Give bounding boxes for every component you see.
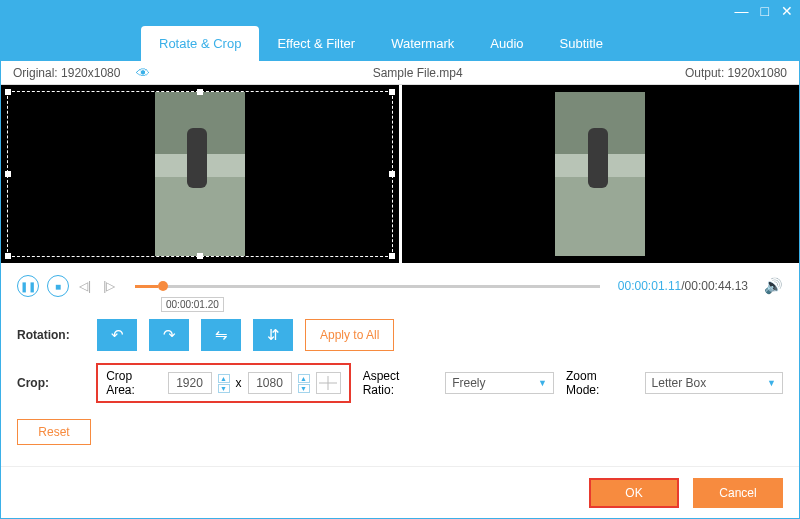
tab-rotate-crop[interactable]: Rotate & Crop (141, 26, 259, 61)
aspect-ratio-label: Aspect Ratio: (363, 369, 434, 397)
position-picker[interactable] (316, 372, 341, 394)
rotation-section: Rotation: ↶ ↷ ⇋ ⇵ Apply to All (1, 309, 799, 361)
crop-handle[interactable] (5, 253, 11, 259)
zoom-mode-select[interactable]: Letter Box▼ (645, 372, 783, 394)
crop-handle[interactable] (197, 253, 203, 259)
original-label: Original: 1920x1080 (13, 66, 120, 80)
crop-label: Crop: (17, 376, 84, 390)
footer: OK Cancel (1, 466, 799, 518)
crop-handle[interactable] (389, 171, 395, 177)
prev-frame-button[interactable]: ◁| (79, 279, 91, 293)
chevron-down-icon: ▼ (538, 378, 547, 388)
apply-all-button[interactable]: Apply to All (305, 319, 394, 351)
playback-controls: ❚❚ ■ ◁| |▷ 00:00:01.11/00:00:44.13 🔊 00:… (1, 263, 799, 309)
aspect-ratio-select[interactable]: Freely▼ (445, 372, 554, 394)
flip-horizontal-button[interactable]: ⇋ (201, 319, 241, 351)
rotate-left-button[interactable]: ↶ (97, 319, 137, 351)
close-icon[interactable]: ✕ (781, 3, 793, 19)
flip-vertical-button[interactable]: ⇵ (253, 319, 293, 351)
crop-area-group: Crop Area: ▲▼ x ▲▼ (96, 363, 350, 403)
output-label: Output: 1920x1080 (685, 66, 787, 80)
time-display: 00:00:01.11/00:00:44.13 (618, 279, 748, 293)
titlebar: — □ ✕ (1, 1, 799, 21)
preview-original[interactable] (1, 85, 402, 263)
minimize-icon[interactable]: — (735, 3, 749, 19)
rotation-label: Rotation: (17, 328, 85, 342)
crop-height-input[interactable] (248, 372, 292, 394)
crop-handle[interactable] (389, 253, 395, 259)
crop-handle[interactable] (389, 89, 395, 95)
rotate-right-button[interactable]: ↷ (149, 319, 189, 351)
chevron-down-icon: ▼ (767, 378, 776, 388)
cancel-button[interactable]: Cancel (693, 478, 783, 508)
crop-handle[interactable] (5, 89, 11, 95)
tab-effect-filter[interactable]: Effect & Filter (259, 26, 373, 61)
reset-button[interactable]: Reset (17, 419, 91, 445)
zoom-mode-label: Zoom Mode: (566, 369, 633, 397)
preview-area (1, 85, 799, 263)
editor-window: — □ ✕ Rotate & Crop Effect & Filter Wate… (0, 0, 800, 519)
tab-audio[interactable]: Audio (472, 26, 541, 61)
maximize-icon[interactable]: □ (761, 3, 769, 19)
crop-area-label: Crop Area: (106, 369, 161, 397)
crop-sep: x (236, 376, 242, 390)
preview-eye-icon[interactable]: 👁 (136, 65, 150, 81)
crop-rectangle[interactable] (7, 91, 393, 257)
height-spinner[interactable]: ▲▼ (298, 374, 310, 393)
crop-section: Crop: Crop Area: ▲▼ x ▲▼ Aspect Ratio: F… (1, 361, 799, 413)
crop-handle[interactable] (197, 89, 203, 95)
crop-width-input[interactable] (168, 372, 212, 394)
volume-icon[interactable]: 🔊 (764, 277, 783, 295)
time-tooltip: 00:00:01.20 (161, 297, 224, 312)
pause-button[interactable]: ❚❚ (17, 275, 39, 297)
tab-subtitle[interactable]: Subtitle (542, 26, 621, 61)
width-spinner[interactable]: ▲▼ (218, 374, 230, 393)
seek-thumb[interactable] (158, 281, 168, 291)
video-thumbnail (555, 92, 645, 256)
seek-slider[interactable] (135, 285, 600, 288)
filename: Sample File.mp4 (373, 66, 463, 80)
tab-watermark[interactable]: Watermark (373, 26, 472, 61)
stop-button[interactable]: ■ (47, 275, 69, 297)
info-bar: Original: 1920x1080 👁 Sample File.mp4 Ou… (1, 61, 799, 85)
tab-bar: Rotate & Crop Effect & Filter Watermark … (1, 21, 799, 61)
preview-output (402, 85, 800, 263)
crop-handle[interactable] (5, 171, 11, 177)
ok-button[interactable]: OK (589, 478, 679, 508)
next-frame-button[interactable]: |▷ (103, 279, 115, 293)
